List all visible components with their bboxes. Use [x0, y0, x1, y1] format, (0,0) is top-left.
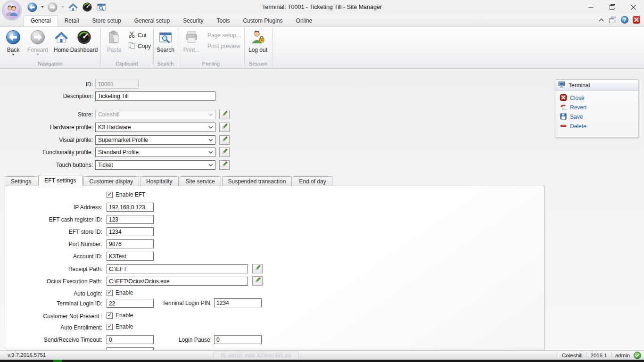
customer-not-present-checkbox[interactable]: Enable	[107, 312, 133, 319]
revert-action[interactable]: Revert	[555, 103, 638, 112]
ribbon-tab-tools[interactable]: Tools	[210, 16, 237, 26]
eft-store-id-label: EFT store ID:	[5, 228, 102, 237]
exit-app-icon[interactable]	[633, 16, 640, 24]
visual-profile-label: Visual profile:	[0, 135, 93, 145]
description-input[interactable]	[95, 91, 215, 101]
status-store: Coleshill	[562, 353, 582, 358]
tab-customer-display[interactable]: Customer display	[83, 176, 140, 186]
tab-settings[interactable]: Settings	[5, 176, 37, 186]
hardware-profile-combo[interactable]: K3 Hardware	[95, 123, 215, 132]
ocius-execution-path-edit-button[interactable]	[252, 276, 263, 286]
ribbon-tab-store-setup[interactable]: Store setup	[85, 16, 127, 26]
terminal-login-id-input[interactable]	[107, 299, 154, 308]
home-icon[interactable]	[67, 1, 79, 13]
home-button[interactable]: Home	[51, 28, 72, 55]
title-bar: Terminal: T0001 - Ticketing Till - Site …	[0, 0, 644, 14]
ghost-download-text: IS_win10_mail_623587491.zip	[213, 352, 299, 359]
ribbon-tab-retail[interactable]: Retail	[58, 16, 86, 26]
receipt-path-edit-button[interactable]	[252, 264, 263, 273]
eft-cash-register-id-input[interactable]	[107, 215, 154, 224]
minimize-icon[interactable]	[580, 0, 602, 14]
enable-eft-checkbox[interactable]: Enable EFT	[107, 191, 145, 198]
login-pause-input[interactable]	[214, 335, 262, 344]
help-icon[interactable]: ?	[621, 16, 628, 24]
window-title: Terminal: T0001 - Ticketing Till - Site …	[141, 0, 503, 14]
customer-not-present-label: Customer Not Present :	[5, 312, 102, 321]
status-right-cluster: Coleshill 2016.1 admin	[558, 351, 641, 360]
paste-icon	[107, 30, 122, 46]
forward-dropdown-caret[interactable]	[60, 1, 65, 13]
eft-settings-panel: Enable EFT IP Address: EFT cash register…	[5, 186, 545, 350]
account-id-input[interactable]	[107, 252, 154, 261]
visual-profile-combo[interactable]: Supermarket Profile	[95, 135, 215, 145]
ip-address-input[interactable]	[107, 203, 154, 212]
auto-login-checkbox[interactable]: Enable	[107, 289, 133, 296]
logout-user-lock-icon	[250, 30, 265, 46]
store-combo[interactable]: Coleshill	[95, 110, 215, 119]
touch-buttons-edit-button[interactable]	[219, 160, 230, 170]
ribbon-tab-general[interactable]: General	[24, 15, 58, 26]
chevron-down-icon	[206, 148, 215, 156]
pencil-icon	[254, 264, 261, 273]
restore-icon[interactable]	[602, 0, 623, 14]
windows-icon[interactable]	[609, 16, 617, 24]
search-button[interactable]: Search	[155, 28, 176, 55]
group-label-search: Search	[153, 61, 178, 67]
forward-button[interactable]: Forward	[25, 28, 50, 57]
eft-store-id-input[interactable]	[107, 227, 154, 236]
back-icon[interactable]	[26, 1, 38, 13]
store-label: Store:	[0, 110, 93, 119]
group-label-clipboard: Clipboard	[100, 61, 153, 67]
svg-text:?: ?	[623, 17, 626, 23]
tab-eft-settings[interactable]: EFT settings	[38, 175, 82, 186]
save-action[interactable]: Save	[555, 112, 638, 122]
back-icon	[6, 30, 21, 46]
tab-suspended-transaction[interactable]: Suspended transaction	[222, 176, 292, 186]
terminal-login-pin-input[interactable]	[214, 298, 262, 307]
port-number-input[interactable]	[107, 239, 154, 248]
tab-end-of-day[interactable]: End of day	[293, 176, 332, 186]
ribbon-tab-online[interactable]: Online	[289, 16, 319, 26]
print-preview-button[interactable]: Print preview	[206, 41, 242, 51]
visual-profile-edit-button[interactable]	[219, 135, 230, 145]
tab-hospitality[interactable]: Hospitality	[140, 176, 178, 186]
forward-icon[interactable]	[47, 1, 58, 13]
ribbon-tab-general-setup[interactable]: General setup	[128, 16, 176, 26]
ocius-execution-path-input[interactable]	[107, 277, 248, 286]
search-window-icon[interactable]	[95, 1, 107, 13]
touch-buttons-combo[interactable]: Ticket	[95, 160, 215, 170]
delete-action[interactable]: Delete	[555, 122, 638, 131]
close-action[interactable]: Close	[555, 93, 638, 103]
functionality-profile-edit-button[interactable]	[219, 148, 230, 157]
paste-button[interactable]: Paste	[104, 28, 124, 55]
receipt-path-input[interactable]	[107, 264, 248, 273]
store-edit-button[interactable]	[219, 110, 230, 119]
close-window-icon[interactable]	[623, 0, 644, 14]
status-release: 2016.1	[590, 353, 607, 358]
app-menu-button[interactable]	[2, 1, 21, 20]
collapse-ribbon-icon[interactable]	[598, 17, 604, 23]
ribbon-tab-custom-plugins[interactable]: Custom Plugins	[237, 16, 289, 26]
page-setup-button[interactable]: Page setup...	[206, 31, 243, 40]
tab-site-service[interactable]: Site service	[180, 176, 221, 186]
description-label: Description:	[0, 91, 93, 101]
functionality-profile-combo[interactable]: Standard Profile	[95, 148, 215, 157]
ocius-execution-path-label: Ocius Execution Path:	[5, 277, 102, 286]
copy-pages-icon	[128, 42, 135, 50]
logout-button[interactable]: Log out	[247, 28, 269, 55]
ribbon-tab-security[interactable]: Security	[176, 16, 210, 26]
id-input[interactable]	[95, 80, 139, 89]
back-button[interactable]: Back	[3, 28, 24, 57]
pencil-icon	[221, 148, 228, 156]
touch-buttons-label: Touch buttons:	[0, 160, 93, 170]
copy-button[interactable]: Copy	[126, 41, 153, 51]
back-dropdown-caret[interactable]	[40, 1, 45, 13]
cut-button[interactable]: Cut	[126, 31, 149, 40]
print-button[interactable]: Print...	[181, 28, 202, 55]
group-label-printing: Printing	[178, 61, 244, 67]
dashboard-icon[interactable]	[81, 1, 93, 13]
auto-enrollment-checkbox[interactable]: Enable	[107, 323, 133, 330]
dashboard-button[interactable]: Dashboard	[70, 28, 98, 55]
hardware-profile-edit-button[interactable]	[219, 123, 230, 132]
send-receive-timeout-input[interactable]	[107, 335, 154, 344]
